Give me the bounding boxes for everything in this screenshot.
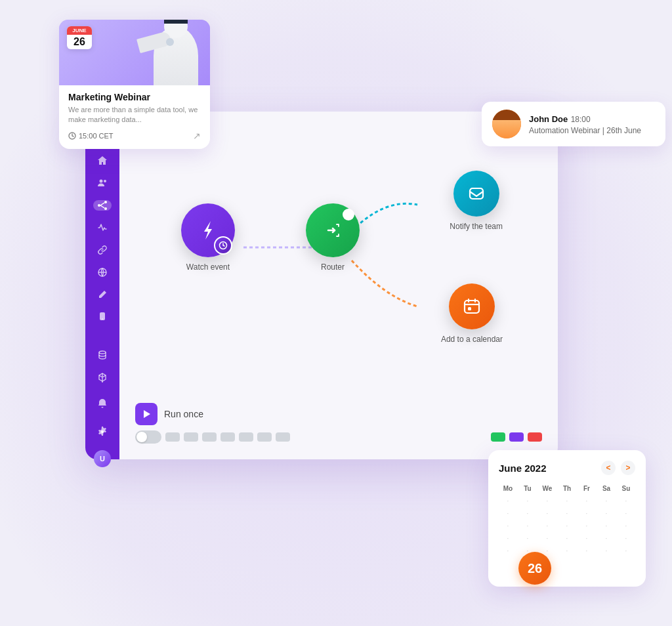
toolbar-dot-red xyxy=(528,432,542,442)
run-once-button[interactable] xyxy=(135,403,158,425)
notify-circle xyxy=(453,171,499,217)
cal-cell: · xyxy=(597,520,616,532)
toolbar-dot-purple xyxy=(509,432,524,442)
router-circle xyxy=(306,203,360,257)
cal-cell: · xyxy=(578,545,596,556)
toolbar-dot-3 xyxy=(202,432,217,442)
svg-point-1 xyxy=(104,180,106,182)
sidebar-item-users[interactable] xyxy=(93,178,112,188)
sidebar-item-phone[interactable] xyxy=(93,312,112,321)
cal-cell: · xyxy=(538,508,556,519)
notification-text: John Doe 18:00 Automation Webinar | 26th… xyxy=(529,113,641,135)
cal-cell: · xyxy=(518,495,537,507)
sidebar-item-globe[interactable] xyxy=(93,267,112,278)
calendar-nav: < > xyxy=(601,461,635,475)
cal-cell: · xyxy=(617,520,635,532)
router-dot xyxy=(343,209,354,220)
cal-cell: · xyxy=(499,520,517,532)
svg-point-0 xyxy=(100,180,103,183)
share-icon[interactable]: ↗ xyxy=(193,131,201,141)
cal-cell: · xyxy=(499,533,517,544)
sidebar-item-avatar[interactable]: U xyxy=(93,449,112,468)
cal-cell: · xyxy=(538,520,556,532)
calendar-event-label: Add to a calendar xyxy=(441,335,503,344)
cal-cell: · xyxy=(597,495,616,507)
router-node[interactable]: Router xyxy=(306,203,360,272)
sidebar-item-pen[interactable] xyxy=(93,289,112,300)
sidebar-item-home[interactable] xyxy=(93,156,112,166)
webinar-time: 15:00 CET xyxy=(68,132,114,140)
cal-header-tu: Tu xyxy=(518,483,537,494)
cal-cell: · xyxy=(597,533,616,544)
sidebar-item-share[interactable] xyxy=(93,200,112,211)
notify-team-label: Notify the team xyxy=(450,222,503,231)
cal-cell: · xyxy=(617,533,635,544)
cal-cell: · xyxy=(578,533,596,544)
cal-cell: · xyxy=(578,495,596,507)
toolbar-dot-5 xyxy=(239,432,253,442)
watch-event-label: Watch event xyxy=(186,262,230,272)
sidebar-bottom: U xyxy=(93,394,112,468)
canvas-area: Watch event xyxy=(135,131,542,396)
avatar xyxy=(492,110,521,138)
svg-point-4 xyxy=(98,204,100,207)
date-badge-month: JUNE xyxy=(67,26,92,35)
cal-cell: · xyxy=(578,520,596,532)
cal-cell: · xyxy=(518,533,537,544)
webinar-time-text: 15:00 CET xyxy=(79,132,114,140)
sidebar-item-settings[interactable] xyxy=(93,422,112,440)
webinar-title: Marketing Webinar xyxy=(68,92,201,102)
calendar-prev-button[interactable]: < xyxy=(601,461,616,475)
calendar-circle xyxy=(449,283,495,329)
svg-marker-18 xyxy=(144,410,150,418)
cal-cell: · xyxy=(499,545,517,556)
webinar-card: JUNE 26 Marketing Webinar We are more th… xyxy=(59,20,210,149)
run-once-bar: Run once xyxy=(135,396,542,425)
svg-rect-16 xyxy=(465,301,479,313)
webinar-body: Marketing Webinar We are more than a sim… xyxy=(59,85,210,149)
bottom-toolbar xyxy=(135,425,542,446)
cal-cell: · xyxy=(518,520,537,532)
date-badge: JUNE 26 xyxy=(67,26,92,49)
avatar-face xyxy=(492,110,521,138)
router-label: Router xyxy=(321,262,345,272)
cal-cell: · xyxy=(558,495,576,507)
watch-event-circle xyxy=(181,203,235,257)
sidebar: M xyxy=(85,112,119,459)
calendar-next-button[interactable]: > xyxy=(621,461,635,475)
clock-badge-icon xyxy=(214,236,232,255)
notify-team-node[interactable]: Notify the team xyxy=(450,171,503,231)
cal-cell: · xyxy=(499,495,517,507)
sidebar-item-notifications[interactable] xyxy=(93,394,112,413)
cal-cell: · xyxy=(558,533,576,544)
toggle-thumb xyxy=(136,432,147,442)
calendar-event-node[interactable]: Add to a calendar xyxy=(441,283,503,344)
webinar-card-image: JUNE 26 xyxy=(59,20,210,85)
cal-header-we: We xyxy=(538,483,556,494)
sidebar-item-link[interactable] xyxy=(93,245,112,255)
cal-cell: · xyxy=(617,545,635,556)
cal-cell: · xyxy=(617,495,635,507)
cal-cell: · xyxy=(558,545,576,556)
sidebar-item-activity[interactable] xyxy=(93,222,112,233)
cal-cell: · xyxy=(578,508,596,519)
svg-rect-17 xyxy=(468,307,471,310)
toolbar-toggle[interactable] xyxy=(135,430,161,444)
webinar-footer: 15:00 CET ↗ xyxy=(68,131,201,141)
main-content: Watch event xyxy=(119,112,558,459)
toolbar-dot-6 xyxy=(257,432,272,442)
calendar-month-year: June 2022 xyxy=(499,463,547,474)
cal-header-th: Th xyxy=(558,483,576,494)
svg-point-11 xyxy=(101,430,104,433)
calendar-grid: Mo Tu We Th Fr Sa Su · · · · · · · · · ·… xyxy=(499,483,635,556)
date-badge-day: 26 xyxy=(67,35,92,49)
nodes-container: Watch event xyxy=(135,131,542,396)
svg-point-3 xyxy=(104,207,107,210)
cal-header-fr: Fr xyxy=(578,483,596,494)
svg-marker-13 xyxy=(204,221,212,240)
cal-cell: · xyxy=(597,508,616,519)
sidebar-item-box[interactable] xyxy=(93,372,112,383)
sidebar-item-database[interactable] xyxy=(93,350,112,360)
svg-point-9 xyxy=(102,318,103,320)
watch-event-node[interactable]: Watch event xyxy=(181,203,235,272)
